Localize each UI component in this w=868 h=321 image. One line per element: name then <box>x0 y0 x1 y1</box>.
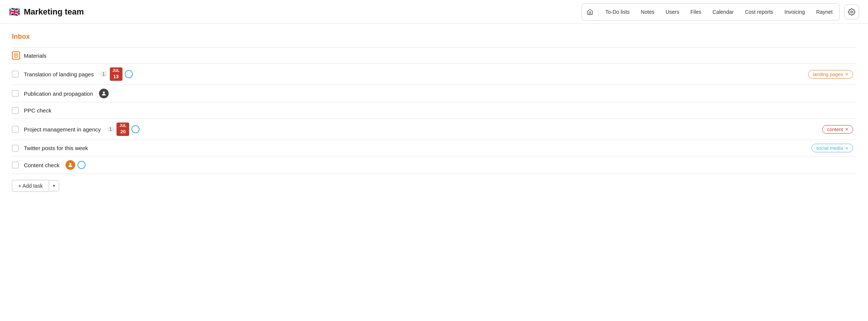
table-row: Twitter posts for this week social media… <box>12 140 856 156</box>
badge-count: 1 <box>100 71 108 77</box>
svg-point-5 <box>103 92 105 93</box>
tag: content × <box>822 125 853 134</box>
flag-icon: 🇬🇧 <box>9 7 20 17</box>
nav-item-files[interactable]: Files <box>685 7 707 17</box>
avatar <box>66 160 75 170</box>
task-name: PPC check <box>24 107 856 114</box>
badge-count: 1 <box>107 126 115 132</box>
main-nav: To-Do lists Notes Users Files Calendar C… <box>581 3 840 20</box>
table-row: Project management in agency 1 Jul 20 co… <box>12 119 856 140</box>
task-tags: social media × <box>811 144 856 152</box>
svg-point-6 <box>69 163 71 165</box>
nav-item-cost-reports[interactable]: Cost reports <box>740 7 778 17</box>
tag: landing pages × <box>808 70 853 79</box>
task-name: Twitter posts for this week <box>24 145 811 151</box>
add-task-row: + Add task ▾ <box>12 180 856 192</box>
main-content: Inbox Materials Translation of landing p… <box>0 24 868 201</box>
tag-close-icon[interactable]: × <box>845 71 848 77</box>
tag-close-icon[interactable]: × <box>845 146 848 151</box>
nav-item-raynet[interactable]: Raynet <box>811 7 838 17</box>
nav-divider <box>598 7 599 16</box>
nav-item-invoicing[interactable]: Invoicing <box>779 7 810 17</box>
inbox-title: Inbox <box>12 33 856 41</box>
task-list: Materials Translation of landing pages 1… <box>12 47 856 174</box>
section-label: Materials <box>24 53 47 59</box>
date-badge: Jul 13 <box>110 67 122 81</box>
task-meta: 1 Jul 13 <box>100 67 133 81</box>
add-task-button[interactable]: + Add task <box>12 180 49 192</box>
nav-item-calendar[interactable]: Calendar <box>707 7 739 17</box>
table-row: PPC check <box>12 102 856 119</box>
task-tags: landing pages × <box>808 70 856 79</box>
brand-name: Marketing team <box>24 7 84 17</box>
tag-close-icon[interactable]: × <box>845 127 848 132</box>
task-checkbox[interactable] <box>12 126 19 133</box>
section-icon <box>12 51 20 60</box>
table-row: Publication and propagation <box>12 85 856 102</box>
task-tags: content × <box>822 125 856 134</box>
table-row: Translation of landing pages 1 Jul 13 la… <box>12 64 856 85</box>
task-meta <box>66 160 86 170</box>
task-checkbox[interactable] <box>12 145 19 152</box>
nav-item-to-do-lists[interactable]: To-Do lists <box>600 7 635 17</box>
task-name: Project management in agency 1 Jul 20 <box>24 123 822 136</box>
circle-indicator <box>77 161 86 169</box>
settings-button[interactable] <box>844 4 859 19</box>
task-checkbox[interactable] <box>12 90 19 97</box>
brand: 🇬🇧 Marketing team <box>9 7 84 17</box>
nav-item-users[interactable]: Users <box>660 7 684 17</box>
task-meta: 1 Jul 20 <box>107 123 140 136</box>
avatar <box>99 89 109 98</box>
header: 🇬🇧 Marketing team To-Do lists Notes User… <box>0 0 868 24</box>
circle-indicator <box>131 125 140 133</box>
date-badge: Jul 20 <box>117 123 129 136</box>
svg-point-0 <box>851 11 853 13</box>
nav-item-notes[interactable]: Notes <box>636 7 660 17</box>
home-nav-button[interactable] <box>583 5 597 19</box>
section-header: Materials <box>12 48 856 64</box>
task-name: Publication and propagation <box>24 89 856 98</box>
task-checkbox[interactable] <box>12 107 19 114</box>
task-meta <box>99 89 109 98</box>
task-name: Translation of landing pages 1 Jul 13 <box>24 67 808 81</box>
add-task-label: + Add task <box>18 183 43 189</box>
dropdown-arrow-icon: ▾ <box>53 183 55 188</box>
task-name: Content check <box>24 160 856 170</box>
task-checkbox[interactable] <box>12 162 19 168</box>
task-checkbox[interactable] <box>12 71 19 77</box>
circle-indicator <box>125 70 133 78</box>
table-row: Content check <box>12 156 856 174</box>
tag: social media × <box>811 144 853 152</box>
add-task-dropdown-button[interactable]: ▾ <box>49 180 59 191</box>
